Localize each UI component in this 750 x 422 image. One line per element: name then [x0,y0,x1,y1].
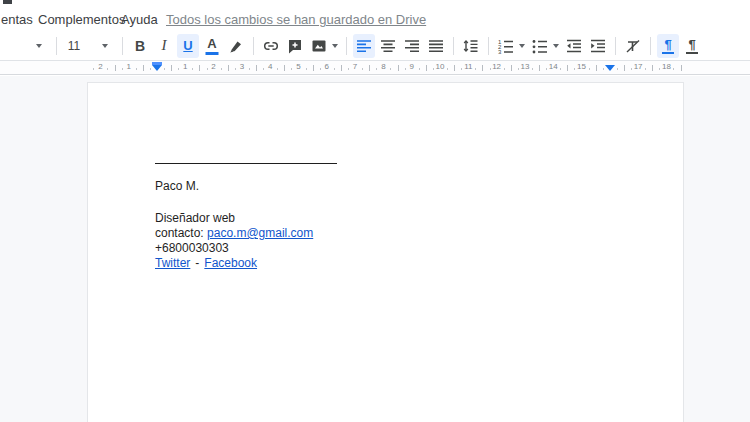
ruler-number: 6 [325,63,329,71]
left-indent-triangle-icon [152,65,162,71]
menu-item-ayuda[interactable]: Ayuda [121,12,158,27]
chevron-down-icon [332,44,338,48]
ruler-tick [143,65,144,71]
ruler-number: 1 [183,63,187,71]
font-size-field[interactable]: 11 [63,34,85,58]
increase-indent-button[interactable] [587,34,609,58]
text-direction-ltr-button[interactable]: ¶ [657,34,679,58]
ruler[interactable]: 211234567891011121314151718 [0,61,750,75]
ruler-dot [433,68,434,70]
font-size-dropdown[interactable] [94,34,116,58]
ruler-number: 13 [520,63,529,71]
italic-button[interactable]: I [153,34,175,58]
font-family-dropdown[interactable] [28,34,50,58]
bold-icon: B [135,39,145,53]
ruler-dot [461,68,462,70]
insert-link-button[interactable] [260,34,282,58]
ruler-tick [482,65,483,71]
clear-formatting-button[interactable] [622,34,644,58]
align-center-button[interactable] [377,34,399,58]
menu-item-herramientas[interactable]: entas [1,12,33,27]
line-spacing-button[interactable] [460,34,482,58]
toolbar-separator [253,37,254,55]
chevron-down-icon [102,44,108,48]
ruler-dot [490,68,491,70]
align-justify-button[interactable] [425,34,447,58]
align-right-button[interactable] [401,34,423,58]
ruler-tick [341,65,342,71]
ruler-right-indent-marker[interactable] [605,65,615,71]
insert-image-button[interactable] [308,34,340,58]
align-right-icon [403,37,421,55]
signature-job-title: Diseñador web [155,211,235,226]
align-left-button[interactable] [353,34,375,58]
ruler-tick [567,65,568,71]
ruler-dot [390,68,391,70]
ruler-dot [574,68,575,70]
text-color-swatch [206,52,219,55]
paint-format-button[interactable] [225,34,247,58]
decrease-indent-button[interactable] [563,34,585,58]
bulleted-list-button[interactable] [529,34,561,58]
ruler-dot [334,68,335,70]
add-comment-button[interactable] [284,34,306,58]
ruler-dot [235,68,236,70]
twitter-link[interactable]: Twitter [155,256,190,270]
align-center-icon [379,37,397,55]
ruler-tick [454,65,455,71]
ruler-number: 17 [634,63,643,71]
ruler-number: 1 [126,63,130,71]
ruler-dot [673,68,674,70]
ruler-number: 10 [436,63,445,71]
right-indent-triangle-icon [605,65,615,71]
ruler-dot [122,68,123,70]
ruler-dot [631,68,632,70]
text-direction-rtl-button[interactable]: ¶ [681,34,703,58]
ruler-dot [192,68,193,70]
underline-button[interactable]: U [177,34,199,58]
ruler-number: 14 [549,63,558,71]
ruler-dot [603,68,604,70]
text-direction-rtl-icon: ¶ [688,38,695,51]
ruler-dot [150,68,151,70]
ruler-dot [362,68,363,70]
document-page[interactable]: Paco M. Diseñador web contacto: paco.m@g… [87,82,684,422]
facebook-link[interactable]: Facebook [204,256,257,270]
chevron-down-icon [553,44,559,48]
window-corner-fragment [3,0,12,4]
numbered-list-button[interactable]: 123 [495,34,527,58]
ruler-tick [171,65,172,71]
ruler-dot [532,68,533,70]
ruler-number: 9 [409,63,413,71]
ruler-tick [228,65,229,71]
bold-button[interactable]: B [129,34,151,58]
ruler-tick [398,65,399,71]
ruler-number: 12 [492,63,501,71]
document-canvas: Paco M. Diseñador web contacto: paco.m@g… [0,76,750,422]
signature-phone: +6800030303 [155,241,229,256]
ruler-dot [178,68,179,70]
ruler-left-indent-marker[interactable] [152,62,162,71]
ruler-tick [199,65,200,71]
insert-link-icon [262,37,280,55]
numbered-list-icon: 123 [497,37,515,55]
ruler-number: 18 [662,63,671,71]
menu-item-complementos[interactable]: Complementos [38,12,125,27]
ruler-tick [115,65,116,71]
autosave-status-link[interactable]: Todos los cambios se han guardado en Dri… [166,12,426,27]
text-color-button[interactable]: A [201,34,223,58]
signature-contact-line: contacto: paco.m@gmail.com [155,226,313,241]
ruler-tick [426,65,427,71]
ruler-dot [207,68,208,70]
ruler-dot [221,68,222,70]
ruler-tick [681,65,682,71]
ruler-dot [263,68,264,70]
italic-icon: I [162,38,167,53]
email-link[interactable]: paco.m@gmail.com [207,226,313,240]
increase-indent-icon [589,37,607,55]
toolbar-separator [488,37,489,55]
ruler-dot [291,68,292,70]
bulleted-list-icon [531,37,549,55]
ruler-number: 11 [464,63,472,71]
ruler-tick [624,65,625,71]
